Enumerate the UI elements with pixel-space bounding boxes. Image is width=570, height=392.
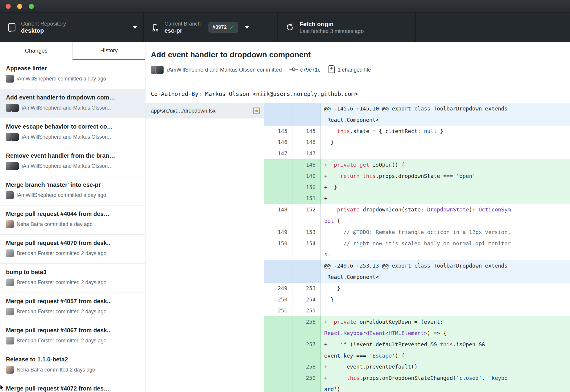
list-item[interactable]: Merge pull request #4070 from desk..Bren… bbox=[0, 235, 145, 264]
file-path: app/src/ui/t…/dropdown.tsx bbox=[151, 108, 253, 114]
gutter-new-line-number: 146 bbox=[292, 137, 321, 148]
fetch-subtitle: Last fetched 3 minutes ago bbox=[300, 28, 364, 34]
list-item[interactable]: Merge pull request #4044 from des…Neha B… bbox=[0, 206, 145, 235]
avatar bbox=[11, 162, 19, 170]
code-line: ard') bbox=[321, 384, 570, 392]
gutter-old-line-number: 147 bbox=[264, 148, 292, 159]
gutter-new-line-number: 150 bbox=[292, 182, 321, 193]
diff-row: 256+ private onFoldoutKeyDown = (event: bbox=[264, 316, 570, 328]
tab-changes-label: Changes bbox=[25, 48, 48, 54]
commit-meta-text: Brendan Forster committed 2 days ago bbox=[17, 309, 107, 315]
list-item[interactable]: Appease linteriAmWillShepherd committed … bbox=[0, 60, 145, 89]
commit-meta: Brendan Forster committed 2 days ago bbox=[6, 249, 139, 257]
list-item[interactable]: Add event handler to dropdown com…iAmWil… bbox=[0, 89, 145, 118]
gutter-old-line-number bbox=[264, 249, 292, 260]
diff-row: 145145 this.state = { clientRect: null } bbox=[264, 126, 570, 137]
list-item[interactable]: Remove event handler from the bran…iAmWi… bbox=[0, 147, 145, 176]
commit-meta-text: Brendan Forster committed 2 days ago bbox=[17, 279, 107, 286]
minimize-button[interactable] bbox=[17, 4, 22, 9]
commit-title: Merge pull request #4057 from desk.. bbox=[6, 298, 139, 305]
commit-title: bump to beta3 bbox=[6, 268, 139, 276]
current-branch-dropdown[interactable]: Current Branch esc-pr #3972 ✓ bbox=[144, 13, 278, 42]
commit-meta: Neha Batra committed 2 days ago bbox=[6, 366, 139, 374]
commit-meta: Neha Batra committed a day ago bbox=[6, 220, 139, 228]
commit-description: Co-Authored-By: Markus Olsson <niik@user… bbox=[145, 84, 570, 103]
gutter-old-line-number: 249 bbox=[264, 283, 292, 294]
commit-title: Merge pull request #4070 from desk.. bbox=[6, 239, 139, 246]
code-line: this.state = { clientRect: null } bbox=[321, 126, 570, 137]
close-button[interactable] bbox=[6, 4, 11, 9]
chevron-down-icon bbox=[133, 26, 137, 29]
gutter-new-line-number: 257 bbox=[292, 339, 321, 350]
code-line: s. bbox=[321, 249, 570, 260]
gutter-old-line-number bbox=[264, 350, 292, 361]
commit-meta: iAmWillShepherd and Markus Olsson… bbox=[6, 133, 139, 141]
mouse-cursor bbox=[0, 385, 5, 392]
gutter-old-line-number bbox=[264, 170, 292, 182]
branch-name: esc-pr bbox=[164, 27, 201, 34]
gutter-old-line-number bbox=[264, 328, 292, 339]
pr-number: #3972 bbox=[213, 24, 227, 30]
gutter-new-line-number: 253 bbox=[292, 283, 321, 294]
github-desktop-window: Current Repository desktop Current Branc… bbox=[0, 0, 570, 392]
commit-title: Add event handler to dropdown com… bbox=[6, 94, 139, 101]
commit-meta: iAmWillShepherd committed a day ago bbox=[6, 75, 139, 83]
diff-row: 259+ this.props.onDropdownStateChanged('… bbox=[264, 372, 570, 384]
gutter-new-line-number: 148 bbox=[292, 159, 321, 170]
list-item[interactable]: Merge pull request #4057 from desk..Bren… bbox=[0, 293, 145, 322]
gutter-new-line-number: 152 bbox=[292, 204, 321, 215]
commit-meta-text: Neha Batra committed 2 days ago bbox=[17, 367, 95, 373]
zoom-button[interactable] bbox=[29, 4, 34, 9]
avatar bbox=[156, 66, 164, 74]
gutter-new-line-number bbox=[292, 328, 321, 339]
gutter-new-line-number bbox=[292, 249, 321, 260]
repository-dropdown[interactable]: Current Repository desktop bbox=[0, 13, 144, 42]
content: Changes History Appease linteriAmWillShe… bbox=[0, 42, 570, 392]
code-line: } bbox=[321, 137, 570, 148]
list-item[interactable]: Merge branch 'master' into esc-priAmWill… bbox=[0, 176, 145, 206]
pr-badge[interactable]: #3972 ✓ bbox=[208, 22, 238, 33]
avatar bbox=[6, 75, 14, 83]
diff-row: s. bbox=[264, 249, 570, 260]
sync-icon bbox=[285, 23, 294, 32]
commit-meta-text: Brendan Forster committed 2 days ago bbox=[17, 250, 107, 257]
gutter-old-line-number bbox=[264, 361, 292, 372]
diff-row: React.Component< bbox=[264, 271, 570, 283]
code-line: @@ -249,6 +253,13 @@ export class Toolba… bbox=[321, 260, 570, 271]
list-item[interactable]: Merge pull request #4072 from des… bbox=[0, 380, 145, 392]
code-line: React.KeyboardEvent<HTMLElement>) => { bbox=[321, 328, 570, 339]
list-item[interactable]: Merge pull request #4067 from desk..Bren… bbox=[0, 322, 145, 351]
diff-row: 257+ if (!event.defaultPrevented && this… bbox=[264, 339, 570, 350]
fetch-origin-button[interactable]: Fetch origin Last fetched 3 minutes ago bbox=[278, 13, 416, 42]
commit-title: Merge branch 'master' into esc-pr bbox=[6, 181, 139, 188]
list-item[interactable]: Move escape behavior to correct co…iAmWi… bbox=[0, 118, 145, 147]
window-controls bbox=[6, 4, 34, 9]
gutter-old-line-number: 145 bbox=[264, 126, 292, 137]
gutter-old-line-number bbox=[264, 159, 292, 170]
diff-file-icon bbox=[328, 65, 335, 75]
tab-changes[interactable]: Changes bbox=[0, 42, 72, 60]
commit-meta: iAmWillShepherd and Markus Olsson… bbox=[6, 104, 139, 112]
gutter-old-line-number: 148 bbox=[264, 204, 292, 215]
list-item[interactable]: Release to 1.1.0-beta2Neha Batra committ… bbox=[0, 351, 145, 380]
gutter-old-line-number bbox=[264, 182, 292, 193]
diff-row: ard') bbox=[264, 384, 570, 392]
tab-history-label: History bbox=[100, 47, 118, 54]
list-item[interactable]: bump to beta3Brendan Forster committed 2… bbox=[0, 264, 145, 293]
gutter-new-line-number bbox=[292, 114, 321, 126]
commit-title: Appease linter bbox=[6, 65, 139, 72]
commit-title: Merge pull request #4067 from desk.. bbox=[6, 327, 139, 334]
code-line: // @TODO: Remake triangle octicon in a 1… bbox=[321, 227, 570, 238]
diff-row: 151+ bbox=[264, 193, 570, 204]
commit-meta: Brendan Forster committed 2 days ago bbox=[6, 279, 139, 286]
commit-title: Merge pull request #4044 from des… bbox=[6, 210, 139, 217]
gutter-new-line-number: 259 bbox=[292, 372, 321, 384]
file-row[interactable]: app/src/ui/t…/dropdown.tsx bbox=[145, 103, 264, 118]
page-title: Add event handler to dropdown component bbox=[151, 50, 565, 60]
code-line: private dropdownIcon(state: DropdownStat… bbox=[321, 204, 570, 215]
code-line: + private onFoldoutKeyDown = (event: bbox=[321, 316, 570, 328]
diff-row: 146146 } bbox=[264, 137, 570, 148]
tab-history[interactable]: History bbox=[72, 42, 145, 60]
diff-row: 251255 bbox=[264, 305, 570, 316]
code-line: } bbox=[321, 283, 570, 294]
